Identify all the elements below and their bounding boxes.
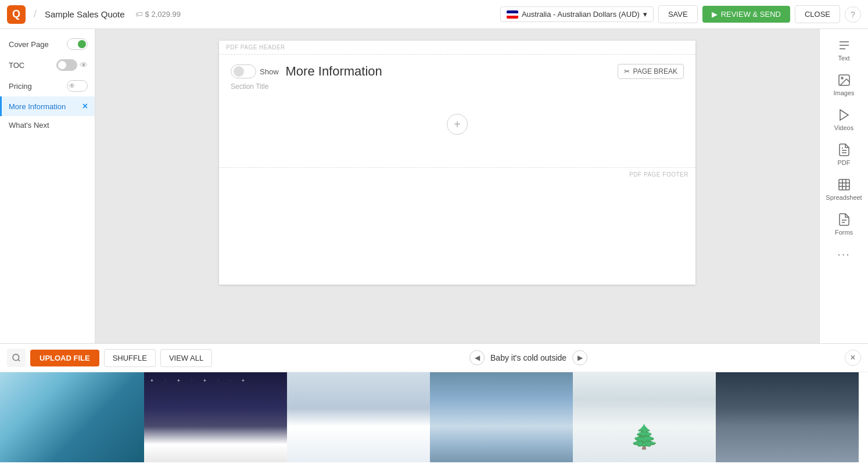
doc-title: Sample Sales Quote (45, 9, 125, 19)
nav-right: Australia - Australian Dollars (AUD) ▾ S… (500, 5, 861, 23)
toc-eye-icon: 👁 (80, 60, 88, 70)
section-header: Show More Information ✂ PAGE BREAK (231, 64, 684, 79)
images-tool-label: Images (833, 89, 854, 96)
price-display: 🏷 $ 2,029.99 (135, 10, 181, 19)
pdf-tool-label: PDF (838, 159, 851, 166)
theme-nav: ◀ Baby it's cold outside ▶ (469, 350, 587, 365)
pdf-icon (837, 143, 851, 157)
view-all-button[interactable]: VIEW ALL (160, 349, 212, 367)
theme-next-button[interactable]: ▶ (572, 350, 587, 365)
svg-point-1 (841, 77, 843, 79)
close-button[interactable]: CLOSE (795, 5, 840, 23)
videos-tool-label: Videos (834, 124, 853, 131)
pricing-toggle[interactable]: 👁 (67, 80, 88, 92)
image-thumb-1[interactable] (0, 372, 144, 462)
svg-marker-2 (840, 110, 848, 120)
sidebar-item-more-information[interactable]: More Information × (0, 96, 95, 116)
more-dots-icon: ··· (837, 247, 851, 261)
image-thumb-3[interactable] (287, 372, 430, 462)
flag-icon (507, 10, 518, 19)
shuffle-button[interactable]: SHUFFLE (104, 349, 156, 367)
show-toggle-btn[interactable] (231, 64, 256, 78)
toc-toggle[interactable] (56, 59, 77, 71)
review-send-button[interactable]: ▶ REVIEW & SEND (702, 6, 790, 23)
save-button[interactable]: SAVE (658, 5, 698, 23)
theme-prev-button[interactable]: ◀ (469, 350, 485, 365)
cover-page-toggle[interactable] (67, 38, 88, 50)
sidebar-item-cover-page[interactable]: Cover Page (0, 34, 95, 55)
spreadsheet-tool-label: Spreadsheet (826, 194, 862, 201)
section-subtitle-label: Section Title (231, 82, 684, 91)
page-break-button[interactable]: ✂ PAGE BREAK (618, 64, 684, 79)
add-content-button[interactable]: + (447, 114, 468, 135)
price-value: $ 2,029.99 (145, 10, 181, 19)
top-nav: Q / Sample Sales Quote 🏷 $ 2,029.99 Aust… (0, 0, 868, 29)
spreadsheet-icon (837, 178, 851, 192)
images-grid (0, 372, 868, 462)
right-tool-forms[interactable]: Forms (820, 208, 868, 240)
text-icon (837, 38, 851, 52)
image-thumb-2[interactable] (144, 372, 287, 462)
image-thumb-5[interactable] (573, 372, 716, 462)
slash-divider: / (34, 8, 37, 20)
bottom-panel: UPLOAD FILE SHUFFLE VIEW ALL ◀ Baby it's… (0, 343, 868, 471)
scissors-icon: ✂ (624, 67, 630, 75)
text-tool-label: Text (838, 55, 849, 62)
forms-icon (837, 213, 851, 226)
image-thumb-6[interactable] (716, 372, 859, 462)
sidebar-item-toc[interactable]: TOC 👁 (0, 55, 95, 75)
bottom-toolbar: UPLOAD FILE SHUFFLE VIEW ALL ◀ Baby it's… (0, 344, 868, 372)
locale-chevron: ▾ (643, 10, 647, 19)
right-tool-spreadsheet[interactable]: Spreadsheet (820, 173, 868, 206)
svg-point-13 (13, 354, 19, 361)
send-icon: ▶ (712, 10, 718, 19)
svg-rect-6 (839, 179, 849, 190)
right-tool-text[interactable]: Text (820, 34, 868, 66)
show-toggle-knob (234, 66, 244, 77)
locale-label: Australia - Australian Dollars (AUD) (522, 10, 640, 19)
theme-label: Baby it's cold outside (490, 353, 566, 362)
svg-line-14 (18, 359, 20, 361)
image-search-button[interactable] (7, 348, 26, 367)
section-title-text[interactable]: More Information (286, 64, 382, 79)
section-content: Show More Information ✂ PAGE BREAK Secti… (219, 55, 695, 167)
help-button[interactable]: ? (845, 6, 861, 23)
section-title-row: Show More Information (231, 64, 382, 79)
right-tool-images[interactable]: Images (820, 69, 868, 101)
show-label: Show (260, 67, 279, 76)
image-thumb-4[interactable] (430, 372, 573, 462)
price-icon: 🏷 (135, 10, 143, 19)
more-info-close-icon[interactable]: × (83, 101, 88, 112)
locale-selector[interactable]: Australia - Australian Dollars (AUD) ▾ (500, 6, 654, 22)
page-container: PDF PAGE HEADER Show More Information (219, 41, 695, 285)
right-tool-videos[interactable]: Videos (820, 103, 868, 136)
right-tool-more[interactable]: ··· (820, 243, 868, 265)
pdf-header-label: PDF PAGE HEADER (219, 41, 695, 55)
close-panel-button[interactable]: × (845, 350, 861, 366)
videos-icon (837, 108, 851, 122)
images-icon (837, 73, 851, 87)
show-toggle: Show (231, 64, 279, 78)
app-logo[interactable]: Q (7, 5, 26, 24)
toc-controls: 👁 (56, 59, 88, 71)
sidebar-item-pricing[interactable]: Pricing 👁 (0, 75, 95, 96)
upload-file-button[interactable]: UPLOAD FILE (30, 350, 99, 366)
right-tool-pdf[interactable]: PDF (820, 138, 868, 171)
forms-tool-label: Forms (835, 229, 853, 236)
pdf-footer-label: PDF PAGE FOOTER (219, 167, 695, 181)
sidebar-item-whats-next[interactable]: What's Next (0, 116, 95, 134)
